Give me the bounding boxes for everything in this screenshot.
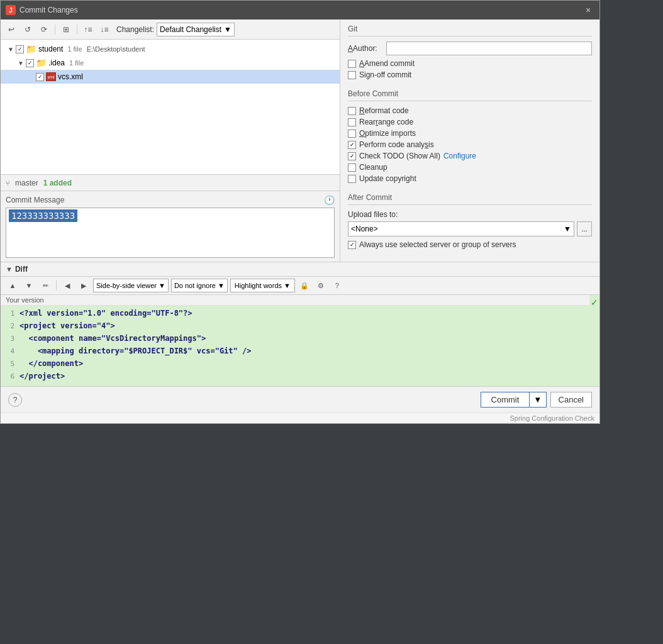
amend-commit-checkbox[interactable] <box>348 60 356 68</box>
dialog-title: Commit Changes <box>20 6 578 14</box>
checktodo-checkbox[interactable] <box>348 152 356 160</box>
author-label: AAuthor: <box>348 44 382 53</box>
upload-label: Upload files to: <box>348 210 592 219</box>
commit-message-label: Commit Message <box>6 196 64 204</box>
sort-desc-button[interactable]: ↓≡ <box>98 23 111 36</box>
optimize-checkbox[interactable] <box>348 130 356 138</box>
cancel-button[interactable]: Cancel <box>550 392 592 408</box>
folder-icon-idea: 📁 <box>36 58 47 68</box>
refresh-button[interactable]: ⟳ <box>37 23 51 36</box>
diff-toggle[interactable]: ▼ <box>6 265 13 273</box>
diff-next-button[interactable]: ▶ <box>77 279 91 292</box>
highlight-words-button[interactable]: Highlight words ▼ <box>230 279 295 292</box>
expand-icon-student[interactable]: ▼ <box>8 46 14 53</box>
author-row: AAuthor: <box>348 42 592 55</box>
version-label: Your version <box>1 295 589 306</box>
always-use-row: Always use selected server or group of s… <box>348 240 592 249</box>
main-content: ↩ ↺ ⟳ ⊞ ↑≡ ↓≡ Changelist: Default Change… <box>1 19 599 262</box>
clock-icon[interactable]: 🕐 <box>324 195 335 205</box>
perform-checkbox[interactable] <box>348 141 356 149</box>
line-num-3: 3 <box>1 335 20 343</box>
expand-icon-idea[interactable]: ▼ <box>18 60 24 67</box>
viewer-dropdown[interactable]: Side-by-side viewer ▼ <box>93 279 169 292</box>
ignore-dropdown[interactable]: Do not ignore ▼ <box>171 279 228 292</box>
checkbox-idea[interactable] <box>26 59 34 67</box>
sort-asc-button[interactable]: ↑≡ <box>81 23 95 36</box>
commit-button-group: Commit ▼ <box>481 392 547 408</box>
line-code-1: <?xml version="1.0" encoding="UTF-8"?> <box>20 309 192 318</box>
line-code-4: <mapping directory="$PROJECT_DIR$" vcs="… <box>20 347 251 355</box>
diff-settings-button[interactable]: ⚙ <box>314 279 328 292</box>
git-section-title: Git <box>348 25 592 36</box>
xml-icon: xml <box>46 72 56 81</box>
title-bar: J Commit Changes × <box>1 1 599 19</box>
code-area: 1 <?xml version="1.0" encoding="UTF-8"?>… <box>1 306 589 386</box>
spring-bar-text: Spring Configuration Check <box>510 414 594 422</box>
expand-icon-vcs <box>28 74 34 80</box>
rearrange-checkbox[interactable] <box>348 118 356 126</box>
line-num-5: 5 <box>1 360 20 368</box>
diff-label: Diff <box>15 265 28 274</box>
diff-down-button[interactable]: ▼ <box>22 279 36 292</box>
bottom-bar: ? Commit ▼ Cancel <box>1 386 599 413</box>
cleanup-label: Cleanup <box>359 163 387 172</box>
line-num-1: 1 <box>1 309 20 318</box>
undo-button[interactable]: ↺ <box>21 23 35 36</box>
diff-content: Your version 1 <?xml version="1.0" encod… <box>1 295 599 386</box>
diff-prev-button[interactable]: ◀ <box>60 279 74 292</box>
checktodo-row: Check TODO (Show All) Configure <box>348 152 592 160</box>
signoff-commit-checkbox[interactable] <box>348 71 356 79</box>
tree-item-vcsxml[interactable]: xml vcs.xml <box>1 70 340 84</box>
commit-message-editor[interactable]: 123333333333 <box>6 208 335 258</box>
diff-help-button[interactable]: ? <box>330 279 344 292</box>
close-button[interactable]: × <box>582 4 594 16</box>
cleanup-checkbox[interactable] <box>348 164 356 172</box>
diff-edit-button[interactable]: ✏ <box>38 279 52 292</box>
before-commit-title: Before Commit <box>348 89 592 101</box>
checkbox-student[interactable] <box>16 45 24 53</box>
diff-section: ▼ Diff ▲ ▼ ✏ ◀ ▶ Side-by-side viewer ▼ D… <box>1 262 599 386</box>
always-use-checkbox[interactable] <box>348 241 356 249</box>
tree-item-student[interactable]: ▼ 📁 student 1 file E:\Desktop\student <box>1 42 340 56</box>
folder-icon-student: 📁 <box>26 44 36 54</box>
line-code-3: <component name="VcsDirectoryMappings"> <box>20 334 206 343</box>
commit-dropdown-button[interactable]: ▼ <box>530 392 546 408</box>
green-checkmark: ✓ <box>591 297 598 308</box>
diff-up-button[interactable]: ▲ <box>6 279 20 292</box>
optimize-label: Optimize imports <box>359 129 416 138</box>
line-code-5: </component> <box>20 359 83 368</box>
commit-message-header: Commit Message 🕐 <box>6 195 335 205</box>
commit-dialog: J Commit Changes × ↩ ↺ ⟳ ⊞ ↑≡ ↓≡ Changel… <box>0 0 600 424</box>
line-code-6: </project> <box>20 372 65 380</box>
code-line-6: 6 </project> <box>1 371 589 384</box>
tree-item-idea[interactable]: ▼ 📁 .idea 1 file <box>1 56 340 70</box>
line-code-2: <project version="4"> <box>20 321 115 330</box>
git-section: Git AAuthor: AAmend commit Sign-off comm… <box>348 25 592 82</box>
reformat-checkbox[interactable] <box>348 107 356 115</box>
signoff-commit-row: Sign-off commit <box>348 70 592 79</box>
diff-lock-button[interactable]: 🔒 <box>298 279 311 292</box>
toolbar-separator <box>55 25 55 35</box>
upload-dropdown[interactable]: <None> ▼ <box>348 221 574 236</box>
reformat-row: Reformat code <box>348 106 592 115</box>
item-name-idea: .idea <box>48 58 65 67</box>
author-input[interactable] <box>386 42 592 55</box>
reformat-label: Reformat code <box>359 106 409 115</box>
item-name-vcs: vcs.xml <box>58 72 83 81</box>
group-button[interactable]: ⊞ <box>59 23 73 36</box>
perform-row: Perform code analysis <box>348 140 592 149</box>
checkbox-vcs[interactable] <box>36 73 44 81</box>
upload-browse-button[interactable]: ... <box>577 221 592 236</box>
move-left-button[interactable]: ↩ <box>4 23 18 36</box>
diff-left-pane: Your version 1 <?xml version="1.0" encod… <box>1 295 589 386</box>
help-button[interactable]: ? <box>8 393 22 407</box>
added-badge: 1 added <box>43 179 72 187</box>
item-name-student: student <box>38 45 63 53</box>
code-line-5: 5 </component> <box>1 358 589 371</box>
copyright-checkbox[interactable] <box>348 175 356 183</box>
commit-button[interactable]: Commit <box>481 392 530 408</box>
changelist-dropdown[interactable]: Default Changelist ▼ <box>157 23 235 36</box>
line-num-6: 6 <box>1 372 20 380</box>
configure-link[interactable]: Configure <box>443 152 476 160</box>
cleanup-row: Cleanup <box>348 163 592 172</box>
